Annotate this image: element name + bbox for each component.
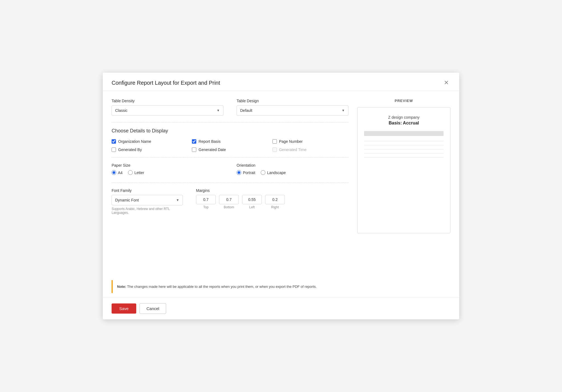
cancel-button[interactable]: Cancel <box>140 303 166 314</box>
right-panel: PREVIEW Z design company Basis: Accrual <box>357 99 450 270</box>
preview-line-3 <box>364 149 444 149</box>
margin-bottom-field: Bottom <box>219 195 239 209</box>
margin-left-input[interactable] <box>242 195 262 204</box>
margin-right-input[interactable] <box>265 195 285 204</box>
checkbox-generated-date-label: Generated Date <box>198 147 226 152</box>
radio-a4-input[interactable] <box>112 170 116 175</box>
orientation-group: Orientation Portrait Landscape <box>237 163 348 175</box>
margin-right-label: Right <box>271 205 279 209</box>
paper-orientation-row: Paper Size A4 Letter Orientation <box>112 163 348 175</box>
preview-line-4 <box>364 153 444 154</box>
table-density-select[interactable]: Classic Comfortable Compact <box>112 106 223 115</box>
paper-size-radio-group: A4 Letter <box>112 170 223 175</box>
font-family-select[interactable]: Dynamic Font Arial Times New Roman Helve… <box>112 195 183 205</box>
orientation-label: Orientation <box>237 163 348 167</box>
preview-line-2 <box>364 145 444 145</box>
checkbox-generated-date[interactable]: Generated Date <box>192 147 268 152</box>
table-density-select-wrapper: Classic Comfortable Compact ▼ <box>112 105 223 116</box>
checkbox-generated-date-input[interactable] <box>192 147 196 152</box>
paper-size-label: Paper Size <box>112 163 223 167</box>
table-design-select-wrapper: Default Striped Bordered ▼ <box>237 105 348 116</box>
font-note: Supports Arabic, Hebrew and other RTL La… <box>112 207 183 215</box>
dialog-body: Table Density Classic Comfortable Compac… <box>103 91 459 276</box>
checkbox-report-basis-label: Report Basis <box>198 139 220 144</box>
checkbox-generated-time: Generated Time <box>273 147 348 152</box>
margins-label: Margins <box>196 188 348 193</box>
checkbox-generated-by[interactable]: Generated By <box>112 147 188 152</box>
margin-bottom-input[interactable] <box>219 195 239 204</box>
note-prefix: Note: <box>117 285 126 289</box>
save-button[interactable]: Save <box>112 303 136 314</box>
margin-left-label: Left <box>249 205 255 209</box>
checkbox-page-number[interactable]: Page Number <box>273 139 348 144</box>
checkbox-generated-by-label: Generated By <box>118 147 142 152</box>
dialog-footer: Save Cancel <box>103 297 459 319</box>
margin-right-field: Right <box>265 195 285 209</box>
note-text: The changes made here will be applicable… <box>126 285 317 289</box>
table-settings-row: Table Density Classic Comfortable Compac… <box>112 99 348 116</box>
radio-portrait-input[interactable] <box>237 170 241 175</box>
checkbox-org-name[interactable]: Organization Name <box>112 139 188 144</box>
margin-bottom-label: Bottom <box>224 205 234 209</box>
dialog-title: Configure Report Layout for Export and P… <box>112 80 220 86</box>
font-margins-row: Font Family Dynamic Font Arial Times New… <box>112 188 348 215</box>
margin-top-label: Top <box>203 205 208 209</box>
divider-3 <box>112 183 348 183</box>
radio-landscape[interactable]: Landscape <box>261 170 286 175</box>
preview-card: Z design company Basis: Accrual <box>357 107 450 233</box>
preview-line-5 <box>364 157 444 158</box>
radio-letter[interactable]: Letter <box>128 170 144 175</box>
font-family-group: Font Family Dynamic Font Arial Times New… <box>112 188 183 215</box>
divider-2 <box>112 157 348 158</box>
font-family-select-wrapper: Dynamic Font Arial Times New Roman Helve… <box>112 195 183 205</box>
preview-title: PREVIEW <box>357 99 450 103</box>
configure-dialog: Configure Report Layout for Export and P… <box>103 73 459 319</box>
radio-letter-input[interactable] <box>128 170 133 175</box>
checkbox-page-number-input[interactable] <box>273 139 277 144</box>
choose-details-title: Choose Details to Display <box>112 128 348 134</box>
margin-top-field: Top <box>196 195 216 209</box>
checkbox-page-number-label: Page Number <box>279 139 303 144</box>
radio-a4-label: A4 <box>118 171 123 175</box>
checkbox-org-name-input[interactable] <box>112 139 116 144</box>
checkbox-report-basis[interactable]: Report Basis <box>192 139 268 144</box>
radio-portrait[interactable]: Portrait <box>237 170 255 175</box>
checkboxes-grid: Organization Name Report Basis Page Numb… <box>112 139 348 152</box>
margin-left-field: Left <box>242 195 262 209</box>
paper-size-group: Paper Size A4 Letter <box>112 163 223 175</box>
radio-letter-label: Letter <box>134 171 144 175</box>
radio-a4[interactable]: A4 <box>112 170 123 175</box>
preview-basis: Basis: Accrual <box>389 121 419 126</box>
table-design-select[interactable]: Default Striped Bordered <box>237 106 348 115</box>
margins-inputs: Top Bottom Left Right <box>196 195 348 209</box>
checkbox-generated-by-input[interactable] <box>112 147 116 152</box>
table-density-label: Table Density <box>112 99 223 103</box>
preview-bar <box>364 131 444 136</box>
checkbox-report-basis-input[interactable] <box>192 139 196 144</box>
dialog-header: Configure Report Layout for Export and P… <box>103 73 459 91</box>
orientation-radio-group: Portrait Landscape <box>237 170 348 175</box>
close-button[interactable]: ✕ <box>442 79 450 86</box>
checkbox-org-name-label: Organization Name <box>118 139 151 144</box>
left-panel: Table Density Classic Comfortable Compac… <box>112 99 348 270</box>
preview-company: Z design company <box>388 115 419 120</box>
note-section: Note: The changes made here will be appl… <box>112 280 450 293</box>
checkbox-generated-time-input <box>273 147 277 152</box>
table-density-group: Table Density Classic Comfortable Compac… <box>112 99 223 116</box>
divider-1 <box>112 122 348 123</box>
radio-landscape-label: Landscape <box>267 171 286 175</box>
preview-line-1 <box>364 141 444 141</box>
checkbox-generated-time-label: Generated Time <box>279 147 306 152</box>
margin-top-input[interactable] <box>196 195 216 204</box>
table-design-group: Table Design Default Striped Bordered ▼ <box>237 99 348 116</box>
radio-portrait-label: Portrait <box>243 171 255 175</box>
radio-landscape-input[interactable] <box>261 170 265 175</box>
choose-details-section: Choose Details to Display Organization N… <box>112 128 348 152</box>
font-family-label: Font Family <box>112 188 183 193</box>
table-design-label: Table Design <box>237 99 348 103</box>
margins-group: Margins Top Bottom Left <box>196 188 348 209</box>
